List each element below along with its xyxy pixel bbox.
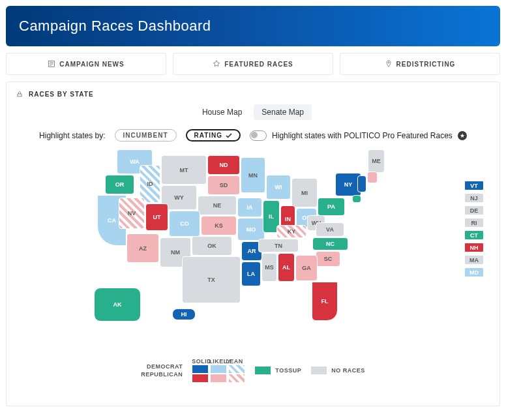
state-TN[interactable]: TN: [258, 239, 299, 252]
state-MN[interactable]: MN: [241, 157, 265, 193]
state-VT-marker[interactable]: [357, 175, 366, 192]
legend-lean: LEAN: [226, 358, 241, 365]
us-map: WA OR ID MT ND SD MN WI MI WY NE IA CA N…: [16, 145, 490, 354]
state-GA[interactable]: GA: [295, 255, 318, 281]
state-SC[interactable]: SC: [316, 251, 340, 267]
state-NE[interactable]: NE: [198, 196, 237, 215]
side-state-DE[interactable]: DE: [464, 205, 484, 215]
svg-point-4: [387, 62, 389, 63]
side-state-CT[interactable]: CT: [464, 230, 484, 240]
map-type-tabs: House Map Senate Map: [16, 104, 490, 120]
tab-label: REDISTRICTING: [396, 61, 456, 68]
tab-featured-races[interactable]: FEATURED RACES: [173, 53, 333, 75]
legend-likely: LIKELY: [209, 358, 224, 365]
state-ME[interactable]: ME: [368, 149, 385, 173]
state-LA[interactable]: LA: [241, 262, 261, 286]
tab-label: CAMPAIGN NEWS: [59, 61, 124, 68]
swatch-rep-solid: [192, 374, 209, 383]
chip-label: RATING: [194, 132, 223, 139]
tab-house-map[interactable]: House Map: [194, 104, 250, 120]
side-state-VT[interactable]: VT: [464, 181, 484, 190]
state-AZ[interactable]: AZ: [126, 233, 159, 263]
state-KY[interactable]: KY: [276, 225, 306, 238]
state-ND[interactable]: ND: [207, 155, 240, 175]
state-CT-marker[interactable]: [352, 195, 361, 203]
state-WI[interactable]: WI: [266, 175, 291, 200]
state-KS[interactable]: KS: [201, 216, 237, 235]
legend-tossup: TOSSUP: [275, 367, 301, 374]
state-VA[interactable]: VA: [316, 222, 344, 237]
map-controls: Highlight states by: INCUMBENT RATING Hi…: [16, 129, 490, 142]
swatch-rep-lean: [228, 374, 245, 383]
state-MT[interactable]: MT: [161, 155, 207, 185]
state-OK[interactable]: OK: [192, 236, 232, 256]
legend-noraces: NO RACES: [331, 367, 365, 374]
state-NC[interactable]: NC: [312, 237, 348, 250]
state-HI[interactable]: HI: [172, 308, 196, 320]
state-AK[interactable]: AK: [94, 288, 141, 322]
state-SD[interactable]: SD: [207, 175, 240, 195]
side-state-NH[interactable]: NH: [464, 243, 484, 252]
state-UT[interactable]: UT: [145, 203, 168, 231]
page-title: Campaign Races Dashboard: [6, 6, 500, 46]
state-NH-marker[interactable]: [367, 172, 378, 183]
side-state-MA[interactable]: MA: [464, 255, 484, 265]
tab-campaign-news[interactable]: CAMPAIGN NEWS: [6, 53, 166, 75]
races-by-state-panel: RACES BY STATE House Map Senate Map High…: [6, 82, 500, 406]
legend-republican: REPUBLICAN: [141, 371, 183, 378]
swatch-dem-lean: [228, 365, 245, 374]
swatch-dem-solid: [192, 365, 209, 374]
side-state-MD[interactable]: MD: [464, 267, 484, 277]
legend-solid: SOLID: [192, 358, 207, 365]
side-state-RI[interactable]: RI: [464, 218, 484, 228]
news-icon: [48, 60, 55, 68]
state-CO[interactable]: CO: [169, 211, 200, 237]
state-MO[interactable]: MO: [237, 218, 265, 241]
state-AL[interactable]: AL: [278, 253, 295, 282]
primary-tabs: CAMPAIGN NEWS FEATURED RACES REDISTRICTI…: [6, 53, 500, 75]
tab-senate-map[interactable]: Senate Map: [254, 104, 312, 120]
legend-democrat: DEMOCRAT: [141, 363, 183, 370]
state-OR[interactable]: OR: [105, 175, 134, 194]
featured-toggle-label: Highlight states with POLITICO Pro Featu…: [272, 131, 453, 140]
tab-label: FEATURED RACES: [224, 61, 293, 68]
pin-icon: [385, 60, 393, 68]
capitol-icon: [16, 90, 23, 98]
featured-toggle[interactable]: [250, 130, 267, 141]
panel-title: RACES BY STATE: [29, 91, 94, 98]
chip-incumbent[interactable]: INCUMBENT: [115, 129, 177, 142]
highlight-label: Highlight states by:: [39, 131, 105, 140]
check-icon: [226, 132, 232, 139]
star-badge-icon: ★: [458, 131, 467, 140]
state-FL[interactable]: FL: [312, 282, 338, 321]
side-state-NJ[interactable]: NJ: [464, 193, 484, 203]
swatch-noraces: [310, 366, 327, 375]
swatch-rep-likely: [210, 374, 227, 383]
chip-rating[interactable]: RATING: [186, 129, 241, 142]
star-icon: [213, 60, 220, 68]
swatch-tossup: [254, 366, 271, 375]
tab-redistricting[interactable]: REDISTRICTING: [340, 53, 500, 75]
state-PA[interactable]: PA: [318, 198, 345, 216]
side-state-list: VT NJ DE RI CT NH MA MD: [464, 181, 484, 277]
state-MS[interactable]: MS: [261, 253, 277, 282]
state-MI[interactable]: MI: [291, 178, 318, 207]
state-IA[interactable]: IA: [237, 198, 262, 217]
state-TX[interactable]: TX: [182, 256, 241, 303]
map-legend: DEMOCRAT REPUBLICAN SOLID LIKELY LEAN TO…: [16, 358, 490, 383]
state-NV[interactable]: NV: [119, 198, 145, 229]
swatch-dem-likely: [210, 365, 227, 374]
